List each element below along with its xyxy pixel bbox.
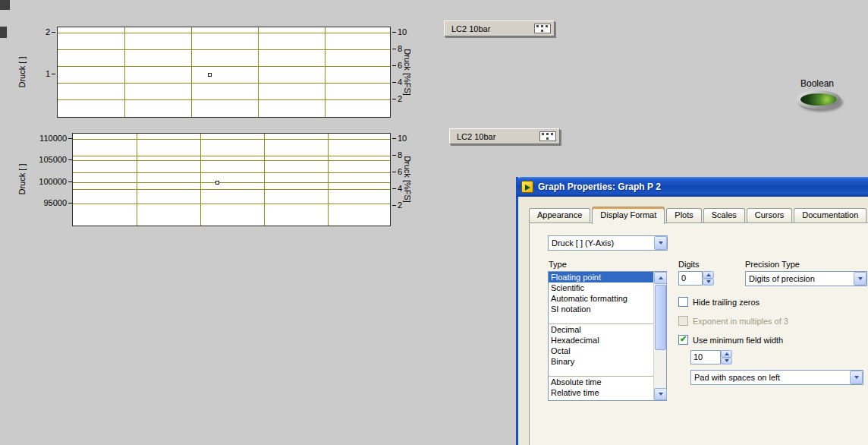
type-group-time: Absolute time Relative time	[549, 377, 653, 399]
spin-up-button[interactable]	[703, 271, 714, 279]
tab-plots[interactable]: Plots	[666, 208, 701, 222]
tab-appearance[interactable]: Appearance	[529, 208, 590, 222]
list-item-absolute-time[interactable]: Absolute time	[549, 377, 653, 387]
digits-label: Digits	[678, 260, 700, 270]
chart-plot-area-2[interactable]	[72, 133, 391, 226]
io-channel-control-2[interactable]: LC2 10bar	[449, 128, 560, 144]
precision-type-dropdown[interactable]: Digits of precision	[745, 271, 867, 286]
y-tick-label: 2	[21, 27, 50, 36]
scroll-down-button[interactable]	[654, 388, 667, 400]
checkbox-box	[678, 335, 688, 345]
list-item-floating-point[interactable]: Floating point	[549, 272, 653, 282]
tab-cursors[interactable]: Cursors	[747, 208, 793, 222]
checkbox-label: Exponent in multiples of 3	[693, 317, 788, 326]
data-point-marker	[215, 181, 219, 185]
y2-tick-label: 10	[398, 27, 417, 36]
list-item-decimal[interactable]: Decimal	[549, 324, 653, 335]
spin-up-button[interactable]	[721, 350, 732, 358]
list-item-relative-time[interactable]: Relative time	[549, 387, 653, 398]
spin-buttons	[703, 271, 714, 286]
type-group-integer: Decimal Hexadecimal Octal Binary	[549, 324, 653, 377]
y-tick-label: 1	[21, 69, 50, 78]
io-connector-icon	[534, 24, 551, 33]
io-channel-label: LC2 10bar	[451, 24, 490, 33]
chevron-up-icon	[659, 276, 663, 279]
digits-value[interactable]: 0	[678, 271, 703, 286]
dropdown-arrow-button[interactable]	[850, 371, 863, 384]
chevron-down-icon	[854, 376, 859, 379]
y-tick-label: 110000	[29, 134, 67, 143]
y-tick-label: 95000	[29, 198, 67, 207]
chevron-up-icon	[706, 273, 711, 276]
checkbox-hide-trailing-zeros[interactable]: Hide trailing zeros	[678, 297, 760, 307]
list-item-automatic-formatting[interactable]: Automatic formatting	[549, 293, 653, 304]
precision-type-label: Precision Type	[745, 260, 800, 270]
checkbox-box	[678, 297, 688, 307]
min-field-width-spinner[interactable]: 10	[690, 350, 732, 365]
boolean-label: Boolean	[794, 78, 840, 89]
io-channel-control-1[interactable]: LC2 10bar	[444, 21, 555, 36]
dropdown-arrow-button[interactable]	[854, 272, 866, 286]
checkbox-use-minimum-field-width[interactable]: Use minimum field width	[678, 335, 783, 345]
precision-type-value: Digits of precision	[749, 272, 815, 286]
tab-documentation[interactable]: Documentation	[794, 208, 866, 222]
dialog-titlebar[interactable]: Graph Properties: Graph P 2	[516, 177, 868, 197]
dropdown-arrow-button[interactable]	[654, 236, 667, 250]
chevron-down-icon	[706, 280, 711, 283]
chevron-down-icon	[858, 277, 863, 280]
list-item-binary[interactable]: Binary	[549, 356, 653, 367]
chart-plot-area-1[interactable]	[57, 27, 391, 118]
checkbox-label: Hide trailing zeros	[693, 298, 760, 307]
right-axis-title: Druck [%FS]	[403, 153, 412, 206]
right-axis-title: Druck [%FS]	[403, 46, 412, 99]
dialog-icon	[521, 181, 533, 193]
list-item-scientific[interactable]: Scientific	[549, 282, 653, 293]
dialog-title: Graph Properties: Graph P 2	[538, 177, 661, 197]
scroll-up-button[interactable]	[654, 272, 667, 284]
digits-spinner[interactable]: 0	[678, 271, 714, 286]
checkbox-exponent-multiples: Exponent in multiples of 3	[678, 316, 788, 326]
labview-front-panel: Druck [ ] 2 1 10 8 6 4 2 Druck [%FS] Dru…	[0, 0, 868, 445]
pad-mode-value: Pad with spaces on left	[694, 371, 780, 384]
io-channel-label: LC2 10bar	[457, 132, 495, 141]
spin-down-button[interactable]	[721, 358, 732, 365]
panel-origin-mark	[0, 27, 7, 38]
axis-selector-dropdown[interactable]: Druck [ ] (Y-Axis)	[548, 235, 668, 251]
list-item-si-notation[interactable]: SI notation	[549, 304, 653, 314]
pad-mode-dropdown[interactable]: Pad with spaces on left	[690, 370, 863, 385]
spin-buttons	[721, 350, 732, 365]
list-item-octal[interactable]: Octal	[549, 346, 653, 356]
type-group-floating: Floating point Scientific Automatic form…	[549, 272, 653, 324]
min-field-width-value[interactable]: 10	[690, 350, 721, 365]
chevron-up-icon	[725, 352, 729, 355]
dialog-tabs: Appearance Display Format Plots Scales C…	[529, 207, 868, 222]
checkbox-label: Use minimum field width	[693, 336, 783, 345]
io-connector-icon	[539, 131, 556, 141]
chevron-down-icon	[659, 241, 663, 245]
y-tick-label: 105000	[29, 155, 67, 164]
data-point-marker	[208, 73, 212, 77]
checkbox-box	[678, 316, 688, 326]
tab-scales[interactable]: Scales	[703, 208, 745, 222]
panel-corner-mark	[0, 0, 10, 10]
boolean-led-button[interactable]	[797, 90, 841, 109]
spin-down-button[interactable]	[703, 279, 714, 286]
listbox-scrollbar[interactable]	[653, 272, 666, 400]
left-axis-title: Druck [ ]	[17, 157, 27, 201]
chevron-down-icon	[725, 359, 729, 362]
tab-display-format[interactable]: Display Format	[592, 207, 665, 224]
list-item-hexadecimal[interactable]: Hexadecimal	[549, 335, 653, 346]
axis-selector-value: Druck [ ] (Y-Axis)	[552, 236, 614, 250]
y-tick-label: 100000	[29, 177, 67, 186]
scrollbar-thumb[interactable]	[655, 285, 666, 350]
type-listbox: Floating point Scientific Automatic form…	[548, 271, 667, 401]
graph-properties-dialog: Graph Properties: Graph P 2 Appearance D…	[516, 177, 868, 445]
chevron-down-icon	[659, 393, 663, 396]
y2-tick-label: 10	[398, 134, 417, 143]
led-face	[800, 93, 837, 106]
type-label: Type	[549, 260, 567, 270]
